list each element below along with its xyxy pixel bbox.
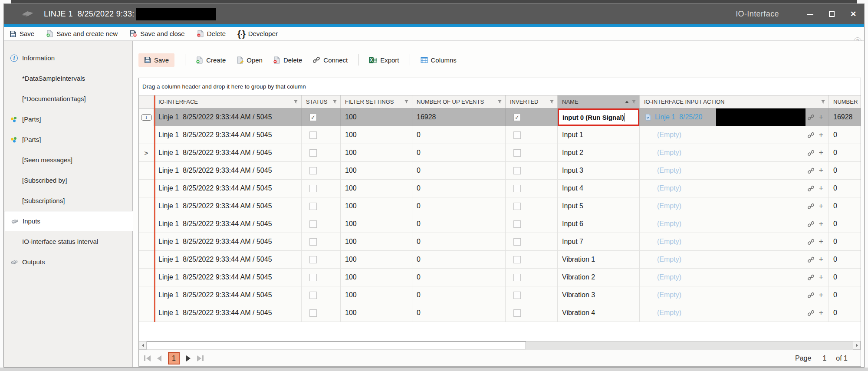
cell-name[interactable]: Vibration 2 — [558, 269, 640, 286]
cell-up-events[interactable]: 0 — [412, 286, 506, 304]
cell-io-interface[interactable]: Linje 1 8/25/2022 9:33:44 AM / 5045 — [154, 215, 302, 233]
add-icon[interactable]: + — [819, 167, 823, 174]
cell-filter-settings[interactable]: 100 — [341, 197, 412, 215]
action-link[interactable]: Linje 1 8/25/20 — [655, 113, 702, 121]
cell-io-interface[interactable]: Linje 1 8/25/2022 9:33:44 AM / 5045 — [154, 286, 302, 304]
column-header-io-interface[interactable]: IO-INTERFACE — [154, 95, 302, 108]
add-icon[interactable]: + — [819, 131, 823, 139]
action-empty[interactable]: (Empty) — [657, 256, 681, 263]
cell-up-events[interactable]: 0 — [412, 251, 506, 269]
cell-io-interface[interactable]: Linje 1 8/25/2022 9:33:44 AM / 5045 — [154, 197, 302, 215]
inverted-checkbox[interactable] — [513, 274, 521, 281]
inverted-checkbox[interactable] — [513, 114, 521, 121]
toolbar-developer-button[interactable]: {·}Developer — [237, 30, 278, 38]
connect-link-icon[interactable] — [807, 167, 815, 174]
status-checkbox[interactable] — [309, 131, 317, 139]
sidebar-item-subscriptions[interactable]: [Subscriptions] — [4, 190, 132, 211]
cell-number-of[interactable]: 0 — [829, 197, 861, 215]
cell-up-events[interactable]: 0 — [412, 304, 506, 322]
cell-filter-settings[interactable]: 100 — [341, 286, 412, 304]
column-header-filter-settings[interactable]: FILTER SETTINGS — [341, 95, 412, 108]
name-edit-cell[interactable]: Input 0 (Run Signal) — [558, 108, 639, 126]
cell-io-interface[interactable]: Linje 1 8/25/2022 9:33:44 AM / 5045 — [154, 162, 302, 180]
cell-filter-settings[interactable]: 100 — [341, 144, 412, 162]
inverted-checkbox[interactable] — [513, 309, 521, 317]
cell-name[interactable]: Input 3 — [558, 162, 640, 180]
connect-link-icon[interactable] — [807, 292, 815, 299]
toolbar-save-and-close-button[interactable]: Save and close — [129, 30, 185, 37]
sidebar-item-datasampleintervals[interactable]: *DataSampleIntervals — [4, 68, 132, 89]
filter-icon[interactable] — [549, 99, 554, 104]
cell-io-interface[interactable]: Linje 1 8/25/2022 9:33:44 AM / 5045 — [154, 144, 302, 162]
row-header-cell[interactable] — [139, 162, 154, 180]
cell-name[interactable]: Vibration 4 — [558, 304, 640, 322]
column-header-io-interface-input-action[interactable]: IO-INTERFACE INPUT ACTION — [640, 95, 829, 108]
inverted-checkbox[interactable] — [513, 149, 521, 157]
cell-filter-settings[interactable]: 100 — [341, 126, 412, 144]
status-checkbox[interactable] — [309, 185, 317, 192]
table-row[interactable]: Linje 1 8/25/2022 9:33:44 AM / 5045 100 … — [139, 251, 861, 269]
cell-name[interactable]: Input 2 — [558, 144, 640, 162]
cell-up-events[interactable]: 16928 — [412, 108, 506, 126]
cell-io-interface[interactable]: Linje 1 8/25/2022 9:33:44 AM / 5045 — [154, 269, 302, 286]
status-checkbox[interactable] — [309, 220, 317, 228]
current-page[interactable]: 1 — [168, 352, 180, 364]
row-header-cell[interactable]: > — [139, 144, 154, 162]
cell-up-events[interactable]: 0 — [412, 233, 506, 251]
table-row[interactable]: Linje 1 8/25/2022 9:33:44 AM / 5045 100 … — [139, 286, 861, 304]
cell-number-of[interactable]: 16928 — [829, 108, 861, 126]
table-row[interactable]: Linje 1 8/25/2022 9:33:44 AM / 5045 100 … — [139, 126, 861, 144]
sidebar-item-subscribed-by[interactable]: [Subscribed by] — [4, 170, 132, 190]
add-icon[interactable]: + — [819, 256, 823, 263]
grid-toolbar-create-button[interactable]: Create — [196, 56, 226, 64]
cell-filter-settings[interactable]: 100 — [341, 108, 412, 126]
action-empty[interactable]: (Empty) — [657, 291, 681, 299]
grid-toolbar-connect-button[interactable]: Connect — [312, 56, 348, 64]
add-icon[interactable]: + — [819, 202, 823, 210]
table-row[interactable]: Linje 1 8/25/2022 9:33:44 AM / 5045 100 … — [139, 215, 861, 233]
cell-number-of[interactable]: 0 — [829, 215, 861, 233]
cell-io-interface[interactable]: Linje 1 8/25/2022 9:33:44 AM / 5045 — [154, 108, 302, 126]
action-empty[interactable]: (Empty) — [657, 238, 681, 246]
row-header-cell[interactable] — [139, 269, 154, 286]
cell-up-events[interactable]: 0 — [412, 180, 506, 197]
status-checkbox[interactable] — [309, 149, 317, 157]
cell-number-of[interactable]: 0 — [829, 251, 861, 269]
grid-toolbar-save-button[interactable]: Save — [138, 53, 174, 67]
connect-link-icon[interactable] — [807, 238, 815, 246]
row-header-cell[interactable] — [139, 233, 154, 251]
status-checkbox[interactable] — [309, 274, 317, 281]
cell-up-events[interactable]: 0 — [412, 269, 506, 286]
cell-number-of[interactable]: 0 — [829, 233, 861, 251]
cell-filter-settings[interactable]: 100 — [341, 269, 412, 286]
cell-name[interactable]: Input 6 — [558, 215, 640, 233]
table-row[interactable]: Linje 1 8/25/2022 9:33:44 AM / 5045 100 … — [139, 197, 861, 215]
cell-number-of[interactable]: 0 — [829, 286, 861, 304]
sidebar-item-outputs[interactable]: Outputs — [4, 252, 132, 272]
sidebar-item-documentationtags[interactable]: [*DocumentationTags] — [4, 89, 132, 109]
cell-number-of[interactable]: 0 — [829, 180, 861, 197]
filter-icon[interactable] — [404, 99, 409, 104]
action-empty[interactable]: (Empty) — [657, 149, 681, 157]
scrollbar-thumb[interactable] — [147, 341, 526, 349]
inverted-checkbox[interactable] — [513, 185, 521, 192]
connect-link-icon[interactable] — [807, 114, 815, 121]
status-checkbox[interactable] — [309, 203, 317, 210]
status-checkbox[interactable] — [309, 167, 317, 174]
sidebar-item-inputs[interactable]: Inputs — [4, 211, 133, 231]
inverted-checkbox[interactable] — [513, 167, 521, 174]
cell-filter-settings[interactable]: 100 — [341, 215, 412, 233]
add-icon[interactable]: + — [819, 291, 823, 299]
cell-number-of[interactable]: 0 — [829, 162, 861, 180]
column-header-name[interactable]: NAME — [558, 95, 640, 108]
first-page-button[interactable] — [144, 355, 151, 361]
inverted-checkbox[interactable] — [513, 238, 521, 246]
connect-link-icon[interactable] — [807, 256, 815, 263]
cell-name[interactable]: Input 5 — [558, 197, 640, 215]
scrollbar-track[interactable] — [147, 341, 853, 350]
cell-name[interactable]: Input 7 — [558, 233, 640, 251]
row-header-cell[interactable] — [139, 197, 154, 215]
column-header-number-of-up-events[interactable]: NUMBER OF UP EVENTS — [412, 95, 506, 108]
cell-filter-settings[interactable]: 100 — [341, 162, 412, 180]
table-row[interactable]: Linje 1 8/25/2022 9:33:44 AM / 5045 100 … — [139, 304, 861, 322]
